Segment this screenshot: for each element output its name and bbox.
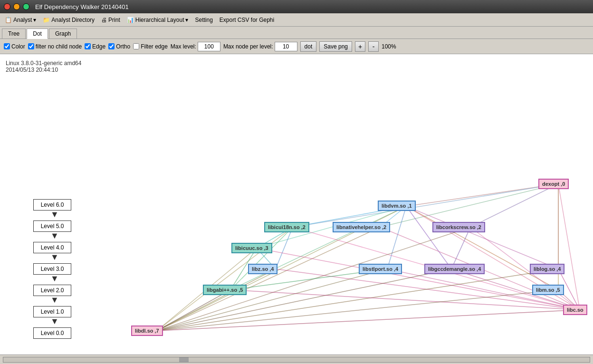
tab-dot[interactable]: Dot: [27, 29, 48, 39]
folder-icon: 📁: [43, 17, 50, 23]
filter-edge-checkbox[interactable]: [133, 43, 139, 49]
zoom-minus-button[interactable]: -: [368, 41, 379, 52]
svg-line-10: [387, 206, 406, 269]
tab-tree[interactable]: Tree: [2, 29, 26, 38]
level-box-0: Level 0.0: [33, 327, 71, 339]
level-box-5: Level 5.0: [33, 220, 71, 232]
node-libgabi[interactable]: libgabi++.so ,5: [203, 285, 247, 295]
svg-line-39: [157, 269, 558, 331]
maximize-button[interactable]: [23, 3, 29, 10]
filter-child-item: filter no child node: [28, 43, 82, 50]
menu-analyst-directory[interactable]: 📁 Analyst Directory: [40, 16, 97, 24]
max-level-item: Max level:: [171, 42, 220, 51]
node-libdvm[interactable]: libdvm.so ,1: [378, 201, 416, 211]
level-arrow-45: ▼: [50, 231, 59, 241]
zoom-plus-button[interactable]: +: [355, 41, 365, 52]
level-arrow-01: ▼: [50, 316, 59, 326]
node-libz[interactable]: libz.so ,4: [248, 264, 277, 274]
level-arrow-23: ▼: [50, 274, 59, 284]
svg-line-1: [293, 184, 558, 227]
color-checkbox[interactable]: [4, 43, 10, 49]
tabbar: Tree Dot Graph: [0, 27, 593, 39]
tab-graph[interactable]: Graph: [49, 29, 77, 38]
node-dexopt[interactable]: dexopt ,0: [538, 179, 569, 189]
node-libcorkscrew[interactable]: libcorkscrew.so ,2: [432, 222, 485, 232]
filter-child-label: filter no child node: [36, 43, 82, 50]
scrollbar[interactable]: [3, 357, 590, 363]
window-title: Elf Dependency Walker 20140401: [35, 3, 129, 10]
svg-line-44: [157, 310, 580, 331]
node-libgccdemangle[interactable]: libgccdemangle.so ,4: [424, 264, 485, 274]
edge-checkbox-item: Edge: [85, 43, 105, 50]
dot-button[interactable]: dot: [300, 41, 317, 52]
max-level-input[interactable]: [198, 42, 220, 51]
save-png-button[interactable]: Save png: [319, 41, 352, 52]
ortho-label: Ortho: [116, 43, 130, 50]
node-libm[interactable]: libm.so ,5: [532, 285, 564, 295]
layout-icon: 📊: [127, 17, 134, 23]
print-icon: 🖨: [101, 17, 107, 23]
edge-checkbox[interactable]: [85, 43, 91, 49]
max-level-label: Max level:: [171, 43, 196, 50]
filter-child-checkbox[interactable]: [28, 43, 34, 49]
svg-line-14: [406, 206, 558, 290]
node-libicuuc[interactable]: libicuuc.so ,3: [231, 243, 272, 253]
level-box-1: Level 1.0: [33, 306, 71, 317]
level-arrow-12: ▼: [50, 295, 59, 305]
toolbar: Color filter no child node Edge Ortho Fi…: [0, 39, 593, 54]
node-libstlport[interactable]: libstlport.so ,4: [359, 264, 402, 274]
node-libicui18n[interactable]: libicui18n.so ,2: [264, 222, 309, 232]
titlebar: Elf Dependency Walker 20140401: [0, 0, 593, 13]
svg-line-24: [451, 227, 470, 269]
max-node-item: Max node per level:: [223, 42, 297, 51]
scroll-thumb[interactable]: [179, 357, 189, 362]
menu-export-csv[interactable]: Export CSV for Gephi: [217, 16, 277, 24]
svg-line-35: [157, 269, 387, 331]
level-box-4: Level 4.0: [33, 242, 71, 253]
ortho-checkbox-item: Ortho: [108, 43, 130, 50]
level-box-2: Level 2.0: [33, 285, 71, 296]
menu-setting[interactable]: Setting: [192, 16, 215, 24]
filter-edge-item: Filter edge: [133, 43, 168, 50]
node-liblog[interactable]: liblog.so ,4: [530, 264, 564, 274]
svg-line-43: [157, 290, 558, 331]
level-arrow-34: ▼: [50, 252, 59, 262]
menu-analyst[interactable]: 📋 Analyst ▾: [2, 16, 39, 24]
max-node-input[interactable]: [275, 42, 297, 51]
statusbar: [0, 354, 593, 364]
ortho-checkbox[interactable]: [108, 43, 115, 49]
color-checkbox-item: Color: [4, 43, 25, 50]
menu-hierarchical-layout[interactable]: 📊 Hierarchical Layout ▾: [124, 16, 191, 24]
analyst-icon: 📋: [5, 17, 12, 23]
filter-edge-label: Filter edge: [141, 43, 168, 50]
graph-area[interactable]: Linux 3.8.0-31-generic amd64 2014/05/13 …: [0, 54, 593, 354]
level-box-6: Level 6.0: [33, 199, 71, 211]
max-node-label: Max node per level:: [223, 43, 273, 50]
graph-svg: [0, 54, 593, 354]
level-box-3: Level 3.0: [33, 263, 71, 275]
menu-print[interactable]: 🖨 Print: [98, 16, 123, 24]
svg-line-19: [230, 227, 293, 290]
color-label: Color: [11, 43, 25, 50]
svg-line-21: [157, 227, 293, 331]
zoom-value: 100%: [382, 43, 399, 50]
minimize-button[interactable]: [13, 3, 20, 10]
menubar: 📋 Analyst ▾ 📁 Analyst Directory 🖨 Print …: [0, 13, 593, 27]
node-libdl[interactable]: libdl.so ,7: [131, 326, 163, 336]
close-button[interactable]: [4, 3, 10, 10]
edge-label: Edge: [92, 43, 105, 50]
level-arrow-56: ▼: [50, 210, 59, 220]
node-libnativehelper[interactable]: libnativehelper.so ,2: [333, 222, 390, 232]
node-libc[interactable]: libc.so: [563, 305, 587, 315]
